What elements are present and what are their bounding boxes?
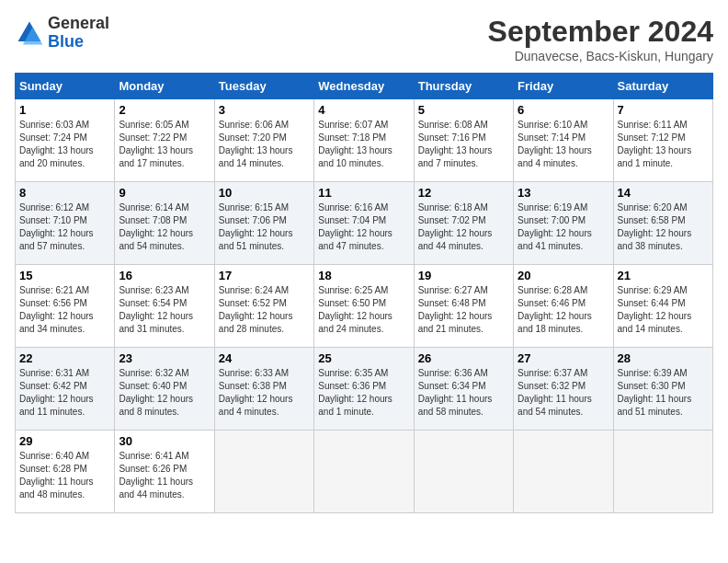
day-number: 24 <box>219 351 310 365</box>
calendar-cell <box>613 431 712 513</box>
calendar-week-row: 22Sunrise: 6:31 AM Sunset: 6:42 PM Dayli… <box>16 348 713 431</box>
calendar-cell: 21Sunrise: 6:29 AM Sunset: 6:44 PM Dayli… <box>613 265 712 348</box>
day-number: 20 <box>518 269 609 282</box>
day-info: Sunrise: 6:15 AM Sunset: 7:06 PM Dayligh… <box>219 201 310 253</box>
calendar-cell: 20Sunrise: 6:28 AM Sunset: 6:46 PM Dayli… <box>514 265 613 348</box>
day-info: Sunrise: 6:29 AM Sunset: 6:44 PM Dayligh… <box>618 284 709 336</box>
calendar-cell: 13Sunrise: 6:19 AM Sunset: 7:00 PM Dayli… <box>514 182 613 265</box>
calendar-cell: 30Sunrise: 6:41 AM Sunset: 6:26 PM Dayli… <box>115 431 214 513</box>
calendar-cell: 7Sunrise: 6:11 AM Sunset: 7:12 PM Daylig… <box>613 99 712 182</box>
calendar-cell: 19Sunrise: 6:27 AM Sunset: 6:48 PM Dayli… <box>414 265 513 348</box>
day-number: 22 <box>19 351 110 365</box>
calendar-cell: 9Sunrise: 6:14 AM Sunset: 7:08 PM Daylig… <box>115 182 214 265</box>
calendar-cell: 10Sunrise: 6:15 AM Sunset: 7:06 PM Dayli… <box>214 182 313 265</box>
calendar-cell: 1Sunrise: 6:03 AM Sunset: 7:24 PM Daylig… <box>16 99 115 182</box>
calendar-cell: 29Sunrise: 6:40 AM Sunset: 6:28 PM Dayli… <box>16 431 115 513</box>
day-number: 13 <box>518 186 609 200</box>
calendar-cell <box>214 431 313 513</box>
day-number: 27 <box>518 351 609 365</box>
day-number: 8 <box>19 186 110 200</box>
day-number: 23 <box>119 351 210 365</box>
calendar-cell: 28Sunrise: 6:39 AM Sunset: 6:30 PM Dayli… <box>613 348 712 431</box>
calendar-cell: 27Sunrise: 6:37 AM Sunset: 6:32 PM Dayli… <box>514 348 613 431</box>
day-number: 30 <box>119 434 210 448</box>
day-info: Sunrise: 6:36 AM Sunset: 6:34 PM Dayligh… <box>418 367 509 419</box>
day-info: Sunrise: 6:16 AM Sunset: 7:04 PM Dayligh… <box>318 201 409 253</box>
calendar-cell: 14Sunrise: 6:20 AM Sunset: 6:58 PM Dayli… <box>613 182 712 265</box>
day-number: 26 <box>418 351 509 365</box>
calendar-cell: 4Sunrise: 6:07 AM Sunset: 7:18 PM Daylig… <box>314 99 414 182</box>
day-number: 16 <box>119 269 210 282</box>
calendar-cell <box>414 431 513 513</box>
day-info: Sunrise: 6:40 AM Sunset: 6:28 PM Dayligh… <box>19 450 110 501</box>
calendar-cell: 2Sunrise: 6:05 AM Sunset: 7:22 PM Daylig… <box>115 99 214 182</box>
day-info: Sunrise: 6:08 AM Sunset: 7:16 PM Dayligh… <box>418 119 509 170</box>
calendar-week-row: 1Sunrise: 6:03 AM Sunset: 7:24 PM Daylig… <box>16 99 713 182</box>
day-info: Sunrise: 6:33 AM Sunset: 6:38 PM Dayligh… <box>219 367 310 419</box>
day-number: 29 <box>19 434 110 448</box>
day-of-week-header: Monday <box>115 74 214 99</box>
day-number: 25 <box>318 351 409 365</box>
day-number: 15 <box>19 269 110 282</box>
day-info: Sunrise: 6:12 AM Sunset: 7:10 PM Dayligh… <box>19 201 110 253</box>
day-info: Sunrise: 6:25 AM Sunset: 6:50 PM Dayligh… <box>318 284 409 336</box>
day-info: Sunrise: 6:24 AM Sunset: 6:52 PM Dayligh… <box>219 284 310 336</box>
day-info: Sunrise: 6:19 AM Sunset: 7:00 PM Dayligh… <box>518 201 609 253</box>
day-number: 6 <box>518 103 609 117</box>
day-number: 21 <box>618 269 709 282</box>
day-number: 11 <box>318 186 409 200</box>
day-info: Sunrise: 6:05 AM Sunset: 7:22 PM Dayligh… <box>119 119 210 170</box>
day-info: Sunrise: 6:37 AM Sunset: 6:32 PM Dayligh… <box>518 367 609 419</box>
day-info: Sunrise: 6:27 AM Sunset: 6:48 PM Dayligh… <box>418 284 509 336</box>
calendar-cell: 6Sunrise: 6:10 AM Sunset: 7:14 PM Daylig… <box>514 99 613 182</box>
day-info: Sunrise: 6:41 AM Sunset: 6:26 PM Dayligh… <box>119 450 210 501</box>
calendar-cell: 12Sunrise: 6:18 AM Sunset: 7:02 PM Dayli… <box>414 182 513 265</box>
day-number: 19 <box>418 269 509 282</box>
day-number: 14 <box>618 186 709 200</box>
day-number: 5 <box>418 103 509 117</box>
logo-text: General Blue <box>48 15 109 52</box>
day-info: Sunrise: 6:35 AM Sunset: 6:36 PM Dayligh… <box>318 367 409 419</box>
logo: General Blue <box>15 15 109 52</box>
day-of-week-header: Saturday <box>613 74 712 99</box>
day-of-week-header: Thursday <box>414 74 513 99</box>
calendar-cell: 26Sunrise: 6:36 AM Sunset: 6:34 PM Dayli… <box>414 348 513 431</box>
day-number: 9 <box>119 186 210 200</box>
day-info: Sunrise: 6:14 AM Sunset: 7:08 PM Dayligh… <box>119 201 210 253</box>
day-info: Sunrise: 6:07 AM Sunset: 7:18 PM Dayligh… <box>318 119 409 170</box>
calendar-week-row: 29Sunrise: 6:40 AM Sunset: 6:28 PM Dayli… <box>16 431 713 513</box>
day-info: Sunrise: 6:06 AM Sunset: 7:20 PM Dayligh… <box>219 119 310 170</box>
day-of-week-header: Sunday <box>16 74 115 99</box>
calendar-cell <box>314 431 414 513</box>
day-of-week-header: Friday <box>514 74 613 99</box>
calendar-cell: 17Sunrise: 6:24 AM Sunset: 6:52 PM Dayli… <box>214 265 313 348</box>
calendar-cell: 5Sunrise: 6:08 AM Sunset: 7:16 PM Daylig… <box>414 99 513 182</box>
logo-icon <box>15 18 44 48</box>
day-number: 17 <box>219 269 310 282</box>
calendar-cell: 22Sunrise: 6:31 AM Sunset: 6:42 PM Dayli… <box>16 348 115 431</box>
title-block: September 2024 Dunavecse, Bacs-Kiskun, H… <box>488 15 713 63</box>
calendar-week-row: 8Sunrise: 6:12 AM Sunset: 7:10 PM Daylig… <box>16 182 713 265</box>
day-info: Sunrise: 6:11 AM Sunset: 7:12 PM Dayligh… <box>618 119 709 170</box>
calendar-cell: 16Sunrise: 6:23 AM Sunset: 6:54 PM Dayli… <box>115 265 214 348</box>
day-number: 28 <box>618 351 709 365</box>
calendar-cell: 23Sunrise: 6:32 AM Sunset: 6:40 PM Dayli… <box>115 348 214 431</box>
day-info: Sunrise: 6:18 AM Sunset: 7:02 PM Dayligh… <box>418 201 509 253</box>
calendar-cell: 24Sunrise: 6:33 AM Sunset: 6:38 PM Dayli… <box>214 348 313 431</box>
day-of-week-header: Wednesday <box>314 74 414 99</box>
calendar-cell: 25Sunrise: 6:35 AM Sunset: 6:36 PM Dayli… <box>314 348 414 431</box>
calendar-header-row: SundayMondayTuesdayWednesdayThursdayFrid… <box>16 74 713 99</box>
day-of-week-header: Tuesday <box>214 74 313 99</box>
calendar-table: SundayMondayTuesdayWednesdayThursdayFrid… <box>15 73 713 513</box>
day-number: 18 <box>318 269 409 282</box>
day-info: Sunrise: 6:28 AM Sunset: 6:46 PM Dayligh… <box>518 284 609 336</box>
day-info: Sunrise: 6:20 AM Sunset: 6:58 PM Dayligh… <box>618 201 709 253</box>
calendar-cell: 3Sunrise: 6:06 AM Sunset: 7:20 PM Daylig… <box>214 99 313 182</box>
page-header: General Blue September 2024 Dunavecse, B… <box>15 15 713 63</box>
day-info: Sunrise: 6:39 AM Sunset: 6:30 PM Dayligh… <box>618 367 709 419</box>
day-info: Sunrise: 6:32 AM Sunset: 6:40 PM Dayligh… <box>119 367 210 419</box>
calendar-cell: 8Sunrise: 6:12 AM Sunset: 7:10 PM Daylig… <box>16 182 115 265</box>
calendar-cell: 11Sunrise: 6:16 AM Sunset: 7:04 PM Dayli… <box>314 182 414 265</box>
day-info: Sunrise: 6:10 AM Sunset: 7:14 PM Dayligh… <box>518 119 609 170</box>
day-number: 4 <box>318 103 409 117</box>
